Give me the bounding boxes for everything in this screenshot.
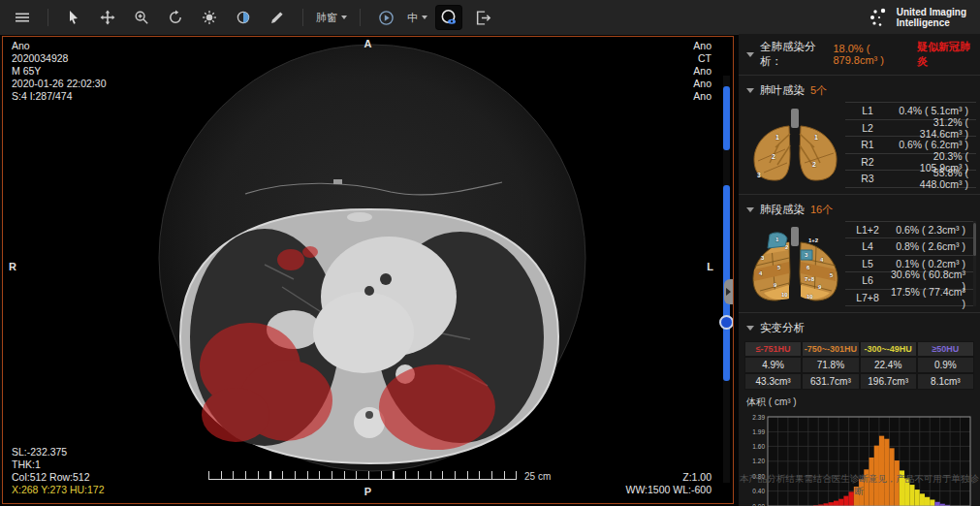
collapse-triangle-icon <box>746 326 754 331</box>
overlay-line: WW:1500 WL:-600 <box>625 484 711 496</box>
hu-range-volume: 196.7cm³ <box>860 373 917 390</box>
orientation-marker-right: R <box>9 261 16 272</box>
row-label: L6 <box>845 274 890 286</box>
overlay-line: 2020-01-26 22:02:30 <box>12 78 107 90</box>
row-value: 17.5% ( 77.4cm³ ) <box>890 286 973 309</box>
consolidation-section-header[interactable]: 实变分析 <box>739 315 980 339</box>
row-value: 0.8% ( 2.6cm³ ) <box>890 240 973 252</box>
segment-row[interactable]: L1+20.6% ( 2.3cm³ ) <box>845 222 973 239</box>
consolidation-title: 实变分析 <box>760 321 805 335</box>
lobe-block: 1 2 3 1 2 L10.4% ( 5.1cm³ )L231.2% ( 314… <box>739 102 980 192</box>
zoom-tool-button[interactable] <box>129 6 154 29</box>
study-info-overlay: Ano CT Ano Ano Ano <box>693 40 711 103</box>
hu-range-volume: 8.1cm³ <box>917 373 974 390</box>
hu-range-header: ≥50HU <box>917 341 974 357</box>
heart <box>313 292 414 373</box>
spinal-canal <box>365 411 373 419</box>
hu-range-percent: 22.4% <box>860 357 917 373</box>
row-value: 55.8% ( 448.0cm³ ) <box>890 167 976 190</box>
row-label: L4 <box>845 240 890 252</box>
analysis-panel: 全肺感染分析： 18.0% ( 879.8cm³ ) 疑似新冠肺炎 肺叶感染 5… <box>739 34 980 506</box>
hu-range-percent: 4.9% <box>744 357 802 373</box>
section-divider <box>739 312 980 313</box>
contrast-tool-button[interactable] <box>231 6 256 29</box>
lobe-section-header[interactable]: 肺叶感染 5个 <box>739 78 980 102</box>
lobe-label: 1 <box>814 134 818 141</box>
united-imaging-logo-icon <box>869 7 890 28</box>
segment-row[interactable]: L40.8% ( 2.6cm³ ) <box>845 238 973 256</box>
overlay-line: 2020034928 <box>12 52 107 65</box>
row-label: L7+8 <box>845 292 890 303</box>
scrollbar-handle[interactable] <box>719 315 734 330</box>
whole-lung-section-header[interactable]: 全肺感染分析： 18.0% ( 879.8cm³ ) 疑似新冠肺炎 <box>739 34 980 73</box>
section-divider <box>739 194 980 195</box>
segment-row[interactable]: L7+817.5% ( 77.4cm³ ) <box>845 290 973 307</box>
segment-title: 肺段感染 <box>760 203 805 217</box>
cine-speed-dropdown[interactable]: 中 <box>407 11 427 25</box>
hu-range-percent: 71.8% <box>802 357 859 373</box>
scrollbar-thumb[interactable] <box>723 86 730 150</box>
overlay-line: Ano <box>693 65 711 78</box>
lobe-label: 1 <box>775 134 779 141</box>
window-info-overlay: Z:1.00 WW:1500 WL:-600 <box>625 471 711 496</box>
overlay-line: S:4 I:287/474 <box>12 90 107 103</box>
overlay-line: Ano <box>693 78 711 90</box>
overlay-line: CT <box>693 52 711 65</box>
window-preset-dropdown[interactable]: 肺窗 <box>316 11 347 25</box>
chevron-right-icon <box>726 288 731 296</box>
svg-text:1.99: 1.99 <box>752 428 765 435</box>
lobe-title: 肺叶感染 <box>760 83 805 98</box>
panel-collapse-handle[interactable] <box>724 279 733 304</box>
hu-range-header: -300~-49HU <box>860 341 917 357</box>
sternum <box>347 212 372 222</box>
trachea <box>791 109 799 128</box>
hu-range-volume: 631.7cm³ <box>802 373 859 390</box>
pan-tool-button[interactable] <box>95 6 120 29</box>
menu-icon[interactable] <box>10 6 35 29</box>
toolbar-divider <box>302 9 303 26</box>
brightness-tool-button[interactable] <box>197 6 222 29</box>
row-value: 31.2% ( 314.6cm³ ) <box>890 116 976 140</box>
lesion-overlay-toggle[interactable] <box>436 6 461 29</box>
lobe-row[interactable]: L231.2% ( 314.6cm³ ) <box>845 120 976 138</box>
svg-text:0.00: 0.00 <box>752 503 765 506</box>
segment-block: 1 2 3 4 5 9 10 1+2 3 4 6 7+8 5 9 10 L1 <box>739 221 980 311</box>
hu-range-percent: 0.9% <box>917 357 974 373</box>
scrollbar-thumb[interactable] <box>973 223 976 256</box>
disclaimer-text: 本产品分析结果需结合医生诊断意见，产品不可用于单独诊断 <box>739 473 980 498</box>
segment-table-scrollbar[interactable] <box>973 221 976 307</box>
row-value: 0.4% ( 5.1cm³ ) <box>890 105 976 116</box>
toolbar-divider <box>47 9 48 26</box>
row-label: L1 <box>845 105 890 116</box>
patient-info-overlay: Ano 2020034928 M 65Y 2020-01-26 22:02:30… <box>12 40 107 103</box>
row-label: R3 <box>845 173 890 184</box>
orientation-marker-left: L <box>707 261 713 272</box>
segment-count: 16个 <box>810 203 833 217</box>
overlay-line: SL:-232.375 <box>12 446 105 459</box>
overlay-line: Col:512 Row:512 <box>12 471 105 484</box>
hu-range-volume: 43.3cm³ <box>744 373 802 390</box>
trachea <box>791 227 799 246</box>
app-window: 肺窗 中 United Imaging Intelligence <box>0 0 980 506</box>
segment-diagram: 1 2 3 4 5 9 10 1+2 3 4 6 7+8 5 9 10 <box>744 221 845 307</box>
overlay-line: M 65Y <box>12 65 107 78</box>
ct-axial-image[interactable] <box>3 37 733 503</box>
select-tool-button[interactable] <box>61 6 86 29</box>
rotate-tool-button[interactable] <box>163 6 188 29</box>
ct-viewport[interactable]: Ano 2020034928 M 65Y 2020-01-26 22:02:30… <box>2 36 734 504</box>
annotate-tool-button[interactable] <box>265 6 290 29</box>
svg-text:1.20: 1.20 <box>752 458 765 464</box>
lobe-diagram: 1 2 3 1 2 <box>744 102 845 188</box>
lobe-row[interactable]: R355.8% ( 448.0cm³ ) <box>845 171 976 188</box>
wire-connector <box>333 179 342 184</box>
cine-play-button[interactable] <box>373 6 398 29</box>
orientation-marker-posterior: P <box>364 486 371 497</box>
segment-section-header[interactable]: 肺段感染 16个 <box>739 197 980 221</box>
exit-button[interactable] <box>470 6 495 29</box>
cursor-hu-readout: X:268 Y:273 HU:172 <box>12 484 105 496</box>
overlay-line: Ano <box>12 40 107 52</box>
bronchus <box>364 286 374 296</box>
row-value: 0.6% ( 2.3cm³ ) <box>890 224 973 236</box>
window-preset-label: 肺窗 <box>316 11 337 25</box>
orientation-marker-anterior: A <box>364 38 372 49</box>
